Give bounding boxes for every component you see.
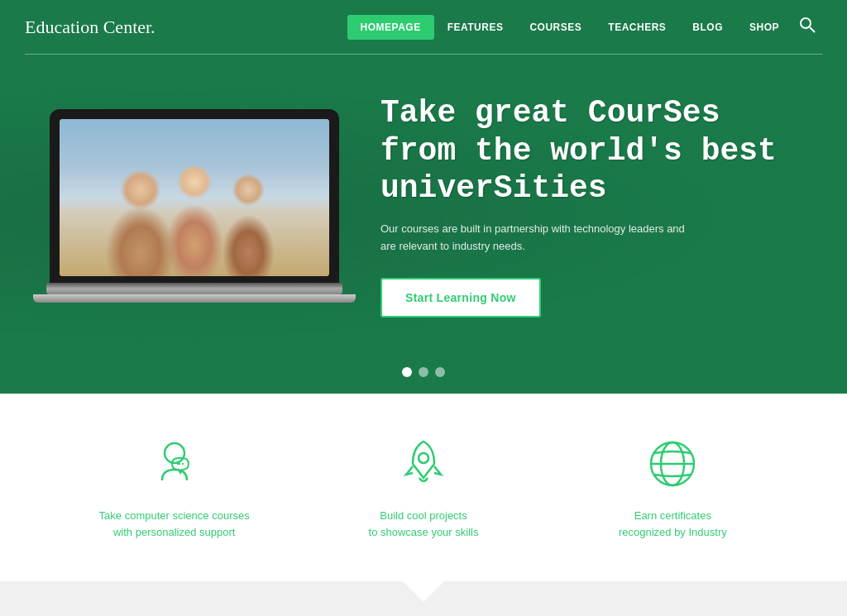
- nav-teachers[interactable]: TEACHERS: [595, 15, 679, 40]
- svg-point-2: [165, 443, 184, 463]
- feature-text-3: Earn certificates recognized by Industry: [619, 508, 727, 540]
- computer-science-icon: [146, 435, 203, 493]
- dot-1[interactable]: [402, 367, 412, 377]
- search-button[interactable]: [792, 10, 822, 44]
- laptop-frame: [50, 109, 339, 283]
- logo: Education Center.: [25, 17, 156, 38]
- header-divider: [0, 54, 847, 61]
- features-section: Take computer science courses with perso…: [0, 394, 847, 581]
- svg-point-5: [419, 453, 428, 463]
- feature-certificates: Earn certificates recognized by Industry: [548, 435, 797, 540]
- hero-dots: [0, 367, 847, 394]
- feature-projects: Build cool projects to showcase your ski…: [299, 435, 548, 540]
- hero-content: Take great CourSes from the world's best…: [380, 94, 797, 318]
- hero-section: Take great CourSes from the world's best…: [0, 61, 847, 367]
- nav-features[interactable]: FEATURES: [434, 15, 517, 40]
- laptop-base: [46, 283, 342, 294]
- laptop-screen-content: [60, 119, 329, 276]
- header: Education Center. HOMEPAGE FEATURES COUR…: [0, 0, 847, 54]
- hero-laptop-image: [50, 109, 339, 303]
- svg-point-0: [801, 18, 811, 28]
- divider-arrow: [50, 581, 797, 602]
- globe-icon: [644, 435, 701, 493]
- courses-section: Courses Starting Soon: [0, 581, 847, 616]
- feature-text-1: Take computer science courses with perso…: [99, 508, 250, 540]
- feature-text-2: Build cool projects to showcase your ski…: [369, 508, 479, 540]
- arrow-down-icon: [403, 581, 444, 602]
- hero-subtitle: Our courses are built in partnership wit…: [380, 221, 695, 255]
- start-learning-button[interactable]: Start Learning Now: [380, 278, 541, 318]
- nav-blog[interactable]: BLOG: [679, 15, 736, 40]
- dot-3[interactable]: [435, 367, 445, 377]
- svg-line-1: [810, 27, 815, 32]
- people-image: [60, 119, 329, 276]
- laptop-screen: [60, 119, 329, 276]
- rocket-icon: [395, 435, 452, 493]
- laptop-bottom: [33, 294, 356, 303]
- hero-title: Take great CourSes from the world's best…: [380, 94, 797, 208]
- nav-shop[interactable]: SHOP: [736, 15, 792, 40]
- feature-computer-science: Take computer science courses with perso…: [50, 435, 299, 540]
- dot-2[interactable]: [419, 367, 428, 377]
- nav: HOMEPAGE FEATURES COURSES TEACHERS BLOG …: [347, 10, 822, 44]
- nav-courses[interactable]: COURSES: [516, 15, 595, 40]
- nav-homepage[interactable]: HOMEPAGE: [347, 15, 434, 40]
- search-icon: [799, 17, 816, 33]
